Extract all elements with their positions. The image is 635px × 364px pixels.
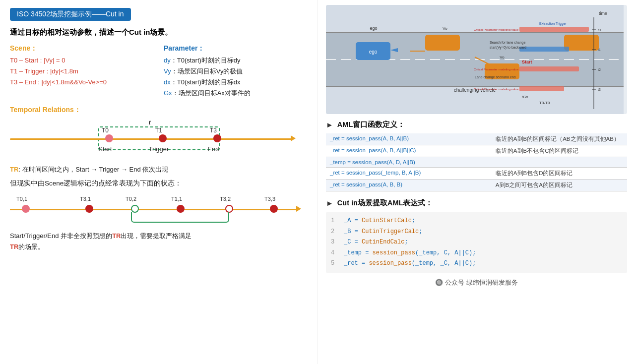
t0-bottom: Start (98, 145, 112, 153)
main-desc: 通过目标的相对运动参数，描述一个Cut in场景。 (10, 28, 308, 37)
code-line-1: 2 _B = CutinTriggerCalc; (331, 227, 622, 238)
left-panel: ISO 34502场景挖掘示例——Cut in 通过目标的相对运动参数，描述一个… (0, 0, 318, 364)
svg-text:Critical Parameter modeling va: Critical Parameter modeling value (474, 88, 519, 91)
scene-col: Scene： T0 – Start : |Vy| = 0 T1 – Trigge… (10, 44, 154, 99)
code-text-0: _A = CutinStartCalc; (344, 216, 415, 227)
svg-text:Critical Parameter modeling va: Critical Parameter modeling value (474, 28, 519, 31)
svg-text:Extraction Trigger: Extraction Trigger (539, 22, 567, 26)
code-num-0: 1 (331, 216, 339, 227)
code-num-4: 5 (331, 258, 339, 269)
t32-label: T3,2 (220, 196, 231, 202)
aml-table: _ret = session_pass(A, B, A||B) 临近的A到B的区… (326, 133, 627, 191)
t0-label: T0 (102, 127, 109, 134)
t01-label: T0,1 (16, 196, 27, 202)
timeline-arrow (291, 135, 296, 141)
timeline-area: t T0 Start T1 Trigger T3 End (10, 119, 308, 163)
t02-label: T0,2 (126, 196, 136, 202)
svg-text:T3-T0: T3-T0 (539, 101, 550, 105)
two-cols: Scene： T0 – Start : |Vy| = 0 T1 – Trigge… (10, 44, 308, 99)
svg-text:Vo: Vo (500, 55, 505, 60)
svg-text:Search for lane change: Search for lane change (490, 41, 525, 45)
arrow-right-icon: ► (326, 121, 333, 129)
title-badge: ISO 34502场景挖掘示例——Cut in (10, 8, 131, 21)
aml-row-1: _ret = session_pass(A, B, A||B||C) 临近的A到… (326, 145, 627, 157)
svg-text:ego: ego (369, 49, 378, 55)
tr-text: TR: 在时间区间t之内，Start → Trigger → End 依次出现 (10, 165, 308, 174)
aml-desc-3: 临近的A到B包含D的区间标记 (492, 168, 627, 180)
param-name-dy: dy (164, 57, 171, 64)
aml-code-4: _ret = session_pass(A, B, B) (326, 180, 492, 191)
svg-text:start(Vy=0) to backward: start(Vy=0) to backward (490, 46, 526, 50)
code-num-1: 2 (331, 227, 339, 238)
param-name-dx: dx (164, 78, 171, 86)
code-line-4: 5 _ret = session_pass(_temp, _C, A||C); (331, 258, 622, 269)
svg-text:ego: ego (370, 26, 377, 31)
aml-section-heading: ► AML窗口函数定义： (326, 120, 627, 129)
param-name-vy: Vy (164, 67, 171, 75)
code-num-2: 3 (331, 237, 339, 248)
aml-desc-0: 临近的A到B的区间标记（AB之间没有其他AB） (492, 133, 627, 145)
cut-in-diagram-svg: ego ego Vo Vo challenging vehicle (326, 5, 624, 114)
diagram-image: ego ego Vo Vo challenging vehicle (326, 5, 627, 114)
t3-bottom: End (207, 145, 219, 153)
svg-rect-29 (519, 47, 569, 52)
svg-text:t1: t1 (598, 48, 601, 52)
cutin-section-title: Cut in场景提取AML表达式： (337, 198, 433, 208)
param-item-3: Gx：场景区间目标Ax对事件的 (164, 88, 308, 99)
timeline-orange-line (10, 138, 293, 140)
svg-rect-2 (326, 32, 624, 33)
aml-desc-1: 临近的A到B不包含C的区间标记 (492, 145, 627, 157)
code-line-2: 3 _C = CutinEndCalc; (331, 237, 622, 248)
svg-rect-32 (519, 86, 564, 91)
svg-rect-8 (425, 35, 460, 51)
svg-text:Critical Parameter modeling va: Critical Parameter modeling value (474, 68, 519, 71)
aml-section-title: AML窗口函数定义： (337, 120, 405, 129)
t11-label: T1,1 (171, 196, 182, 202)
svg-text:/Gx: /Gx (522, 95, 528, 99)
t31-node (85, 205, 93, 213)
aml-desc-2 (492, 157, 627, 168)
svg-text:t2: t2 (598, 68, 601, 71)
t-variable: t (149, 119, 151, 126)
code-line-3: 4 _temp = session_pass(_temp, C, A||C); (331, 248, 622, 259)
bottom-text: Start/Trigger/End 并非全按照预想的TR出现，需要提取严格满足 … (10, 231, 308, 252)
code-line-0: 1 _A = CutinStartCalc; (331, 216, 622, 227)
svg-text:Lane change scenario end: Lane change scenario end (475, 75, 516, 79)
code-block: 1 _A = CutinStartCalc; 2 _B = CutinTrigg… (326, 212, 627, 273)
aml-row-4: _ret = session_pass(A, B, B) A到B之间可包含A的区… (326, 180, 627, 191)
tr-red-label2: TR (10, 243, 18, 250)
timeline2-area: T0,1 T3,1 T0,2 T1,1 T3,2 T3,3 (10, 192, 308, 228)
svg-text:t3: t3 (598, 88, 601, 91)
scene-label: Scene： (10, 44, 154, 53)
aml-row-3: _ret = session_pass(_temp, B, A||B) 临近的A… (326, 168, 627, 180)
t3-label: T3 (210, 127, 217, 134)
green-bracket (131, 212, 229, 223)
watermark-text: 🔘 公众号 绿纬恒润研发服务 (435, 279, 517, 286)
svg-rect-27 (519, 27, 589, 32)
param-label: Parameter： (164, 44, 308, 53)
cutin-section-heading: ► Cut in场景提取AML表达式： (326, 198, 627, 208)
t33-label: T3,3 (264, 196, 275, 202)
main-container: ISO 34502场景挖掘示例——Cut in 通过目标的相对运动参数，描述一个… (0, 0, 635, 364)
real-desc: 但现实中由Scene逻辑标记的点经常表现为下面的状态： (10, 179, 308, 188)
t1-bottom: Trigger (149, 145, 169, 153)
code-text-4: _ret = session_pass(_temp, _C, A||C); (344, 258, 476, 269)
right-panel: ego ego Vo Vo challenging vehicle (318, 0, 635, 364)
aml-row-2: _temp = session_pass(A, D, A||B) (326, 157, 627, 168)
tr-red-label: TR (112, 232, 121, 240)
scene-item-0: T0 – Start : |Vy| = 0 (10, 55, 154, 66)
watermark-area: 🔘 公众号 绿纬恒润研发服务 (326, 278, 627, 287)
code-text-3: _temp = session_pass(_temp, C, A||C); (344, 248, 476, 259)
aml-code-3: _ret = session_pass(_temp, B, A||B) (326, 168, 492, 180)
scene-item-2: T3 – End : |dy|<1.8m&&Vo-Ve>=0 (10, 77, 154, 88)
aml-code-0: _ret = session_pass(A, B, A||B) (326, 133, 492, 145)
code-text-2: _C = CutinEndCalc; (344, 237, 408, 248)
arrow-right-icon-2: ► (326, 199, 333, 207)
svg-text:Start: Start (522, 60, 532, 64)
timeline2-arrow (296, 206, 301, 212)
t33-node (270, 205, 278, 213)
temporal-label: Temporal Relations： (10, 106, 308, 115)
svg-text:Vo: Vo (443, 26, 447, 31)
scene-item-1: T1 – Trigger : |dy|<1.8m (10, 66, 154, 77)
code-num-3: 4 (331, 248, 339, 259)
